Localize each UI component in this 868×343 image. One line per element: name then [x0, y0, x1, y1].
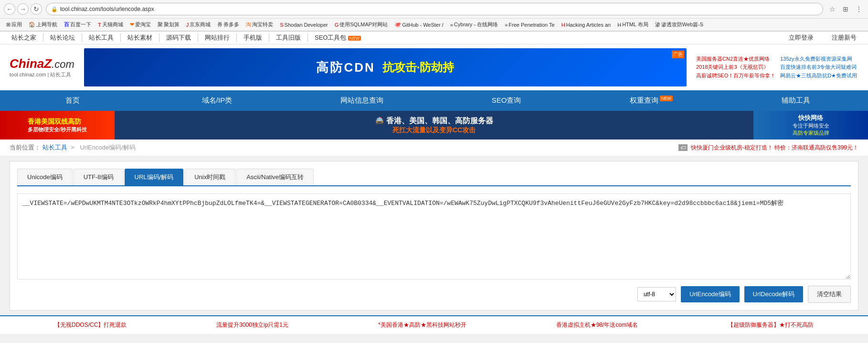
- bookmark-cybrary[interactable]: » Cybrary - 在线网络: [448, 20, 500, 29]
- snav-materials[interactable]: 站长素材: [121, 33, 159, 42]
- extensions-icon[interactable]: ⊞: [840, 4, 851, 14]
- nav-site-info[interactable]: 网站信息查询: [289, 90, 434, 111]
- bookmark-sqlmap[interactable]: G 使用SQLMAP对网站: [332, 20, 390, 29]
- site-header: ChinaZ.com tool.chinaz.com | 站长工具 高防CDN …: [0, 44, 868, 90]
- bookmark-jd[interactable]: J 京东商城: [184, 20, 213, 29]
- secu-label: 渗透攻防Web篇-S: [661, 21, 703, 28]
- ad-line-6[interactable]: 网易云★三线高防抗D★免费试用: [780, 72, 857, 80]
- bookmark-taobao[interactable]: ❤ 爱淘宝: [127, 20, 153, 29]
- page-wrapper: ← → ↻ 🔒 tool.chinaz.com/tools/urlencode.…: [0, 0, 868, 334]
- hacking-label: Hacking Articles an: [566, 22, 611, 28]
- logo-subtitle: tool.chinaz.com | 站长工具: [10, 71, 74, 78]
- ad-banner-left[interactable]: 香港美国双线高防 多层物理安全/秒开黑科技: [0, 111, 115, 139]
- browser-toolbar: ← → ↻ 🔒 tool.chinaz.com/tools/urlencode.…: [0, 0, 868, 19]
- ad-line-1[interactable]: 美国服务器CN2直连★优质网络: [696, 55, 775, 64]
- bookmark-html[interactable]: H HTML 布局: [615, 20, 651, 29]
- logo-text-com: .com: [52, 58, 74, 70]
- quan-icon: 券: [217, 21, 222, 28]
- ad-line-3[interactable]: 高薪诚聘SEO！百万年薪等你拿！: [696, 72, 775, 80]
- tab-unicode[interactable]: Unicode编码: [17, 169, 73, 185]
- back-button[interactable]: ←: [4, 3, 15, 15]
- promo-item-3[interactable]: *美国香港★高防★黑科技网站秒开: [378, 321, 466, 329]
- apps-icon: ⊞: [6, 21, 11, 28]
- main-nav: 首页 域名/IP类 网站信息查询 SEO查询 权重查询NEW 辅助工具: [0, 90, 868, 111]
- ad-line-4[interactable]: 135zy永久免费影视资源采集网: [780, 55, 857, 64]
- snav-seo[interactable]: SEO工具包 NEW: [308, 33, 368, 42]
- ad-center-content: 🚔 香港、美国、韩国、高防服务器 死扛大流量以及变异CC攻击: [375, 116, 493, 135]
- nav-domain[interactable]: 域名/IP类: [145, 90, 289, 111]
- nav-seo[interactable]: SEO查询: [434, 90, 579, 111]
- bookmark-star-icon[interactable]: ☆: [827, 4, 837, 14]
- login-link[interactable]: 立即登录: [782, 33, 820, 42]
- cybrary-label: Cybrary - 在线网络: [454, 21, 498, 28]
- nav-tools[interactable]: 辅助工具: [723, 90, 868, 111]
- promo-item-5[interactable]: 【超级防御服务器】★打不死高防: [728, 321, 814, 329]
- snav-forum[interactable]: 站长论坛: [43, 33, 82, 42]
- promo-item-2[interactable]: 流量提升3000独立ip只需1元: [216, 321, 288, 329]
- bookmark-hacking[interactable]: H Hacking Articles an: [559, 21, 614, 29]
- url-decode-button[interactable]: UrlDecode解码: [744, 286, 803, 302]
- encoding-select[interactable]: utf-8 gbk gb2312 unicode: [637, 287, 676, 301]
- bookmark-nav[interactable]: 🏠 上网导航: [26, 20, 60, 29]
- promo-item-1[interactable]: 【无视DDOS/CC】打死退款: [54, 321, 127, 329]
- snav-mobile[interactable]: 手机版: [237, 33, 269, 42]
- ad-right-brand: 快快网络: [798, 114, 823, 122]
- breadcrumb-home[interactable]: 站长工具: [42, 144, 67, 151]
- tab-bar: Unicode编码 UTF-8编码 URL编码/解码 Unix时间戳 Ascii…: [17, 169, 851, 186]
- breadcrumb-arrow: >: [71, 144, 76, 151]
- snav-home[interactable]: 站长之家: [5, 33, 43, 42]
- tab-unix[interactable]: Unix时间戳: [184, 169, 235, 185]
- ad-center-main-text: 🚔 香港、美国、韩国、高防服务器: [375, 116, 493, 126]
- ad-right-sub2: 高防专家级品牌: [793, 129, 829, 137]
- taobao-icon: ❤: [130, 21, 134, 28]
- bookmark-github[interactable]: 🐙 GitHub - WeSter /: [392, 21, 446, 29]
- promo-text1[interactable]: 快快厦门企业级机房-稳定打造！: [691, 144, 773, 151]
- bookmark-taobao-sale[interactable]: 淘 淘宝特卖: [243, 20, 275, 29]
- snav-old[interactable]: 工具旧版: [269, 33, 308, 42]
- breadcrumb-current: UrlEncode编码/解码: [80, 144, 135, 151]
- snav-right: 立即登录 注册新号: [782, 33, 863, 42]
- bookmark-tmall[interactable]: T 天猫商城: [95, 20, 126, 29]
- tab-ascii[interactable]: Ascii/Native编码互转: [236, 169, 314, 185]
- new-badge: NEW: [348, 36, 361, 41]
- nav-home[interactable]: 首页: [0, 90, 145, 111]
- bookmark-juhua[interactable]: 聚 聚划算: [155, 20, 182, 29]
- forward-button[interactable]: →: [17, 3, 29, 15]
- bookmark-baidu[interactable]: 百 百度一下: [62, 20, 94, 29]
- ssl-icon: 🔒: [51, 6, 58, 12]
- register-link[interactable]: 注册新号: [825, 33, 863, 42]
- home-icon: 🏠: [29, 21, 35, 28]
- ad-banner-center[interactable]: 🚔 香港、美国、韩国、高防服务器 死扛大流量以及变异CC攻击: [115, 111, 753, 139]
- ad-line-5[interactable]: 百度快速排名前3专做大词疑难词: [780, 63, 857, 72]
- tab-url[interactable]: URL编码/解码: [125, 169, 184, 185]
- baidu-icon: 百: [64, 21, 69, 28]
- snav-tools[interactable]: 站长工具: [82, 33, 121, 42]
- snav-source[interactable]: 源码下载: [159, 33, 198, 42]
- ad-banner-right[interactable]: 快快网络 专注于网络安全 高防专家级品牌: [753, 111, 868, 139]
- main-content: Unicode编码 UTF-8编码 URL编码/解码 Unix时间戳 Ascii…: [10, 161, 858, 311]
- promo-item-4[interactable]: 香港虚拟主机★98/年送com域名: [556, 321, 638, 329]
- nav-label: 上网导航: [36, 21, 57, 28]
- header-banner[interactable]: 高防CDN 抗攻击·防劫持 广告: [84, 48, 687, 86]
- html-label: HTML 布局: [622, 21, 648, 28]
- secondary-nav: 站长之家 站长论坛 站长工具 站长素材 源码下载 网站排行 手机版 工具旧版 S…: [0, 32, 868, 44]
- clear-button[interactable]: 清空结果: [808, 286, 851, 303]
- bookmark-freepen[interactable]: » Free Penetration Te: [502, 21, 557, 29]
- refresh-button[interactable]: ↻: [31, 3, 42, 15]
- url-encode-button[interactable]: UrlEncode编码: [681, 286, 740, 302]
- bookmark-quan[interactable]: 券 券多多: [215, 20, 242, 29]
- address-bar[interactable]: 🔒 tool.chinaz.com/tools/urlencode.aspx: [46, 3, 823, 15]
- bookmark-secu[interactable]: 渗 渗透攻防Web篇-S: [653, 20, 706, 29]
- bookmark-apps[interactable]: ⊞ 应用: [4, 20, 24, 29]
- encode-textarea[interactable]: __VIEWSTATE=/wEPDwUKMTM4NTE3OTkzOWRkP4hm…: [17, 193, 851, 279]
- bookmark-shodan[interactable]: S Shodan Developer: [277, 21, 330, 29]
- promo-text2[interactable]: 特价：济南联通高防仅售399元！: [774, 144, 858, 151]
- nav-weight[interactable]: 权重查询NEW: [579, 90, 723, 111]
- tab-utf8[interactable]: UTF-8编码: [74, 169, 124, 185]
- snav-rank[interactable]: 网站排行: [198, 33, 237, 42]
- ad-left-content: 香港美国双线高防 多层物理安全/秒开黑科技: [28, 118, 87, 133]
- menu-icon[interactable]: ⋮: [854, 4, 864, 14]
- browser-nav-buttons: ← → ↻: [4, 3, 42, 15]
- ad-line-2[interactable]: 2018关键词上前3《无视惩罚》: [696, 63, 775, 72]
- ad-tag: 广告: [672, 51, 684, 58]
